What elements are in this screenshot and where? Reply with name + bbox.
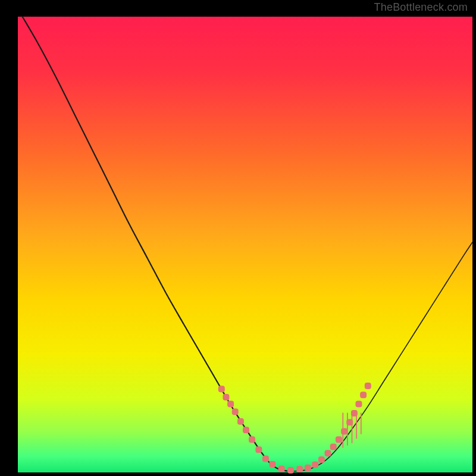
curve-left-branch bbox=[23, 17, 291, 471]
valley-marker bbox=[318, 456, 325, 463]
valley-marker bbox=[305, 465, 311, 471]
valley-marker bbox=[312, 462, 318, 468]
watermark-text: TheBottleneck.com bbox=[374, 1, 468, 14]
valley-marker bbox=[325, 450, 331, 456]
valley-marker bbox=[243, 427, 249, 433]
valley-marker bbox=[237, 418, 244, 425]
chart-stage: TheBottleneck.com bbox=[0, 0, 476, 476]
valley-marker bbox=[360, 392, 367, 398]
valley-marker bbox=[287, 467, 294, 474]
valley-marker bbox=[365, 383, 371, 389]
valley-marker bbox=[296, 466, 303, 472]
curve-right-branch bbox=[290, 242, 472, 471]
valley-marker bbox=[356, 401, 362, 408]
valley-marker bbox=[269, 461, 275, 468]
valley-marker bbox=[223, 394, 229, 400]
valley-marker bbox=[262, 456, 269, 462]
valley-marker bbox=[346, 419, 353, 425]
valley-marker bbox=[341, 428, 347, 435]
bottleneck-curve-plot bbox=[0, 0, 476, 476]
valley-marker bbox=[249, 436, 255, 443]
valley-marker bbox=[232, 409, 239, 415]
valley-marker bbox=[227, 401, 234, 408]
valley-marker bbox=[218, 386, 225, 392]
valley-marker bbox=[351, 410, 358, 416]
valley-marker bbox=[330, 444, 337, 450]
valley-marker bbox=[278, 465, 285, 472]
valley-marker bbox=[255, 446, 262, 453]
valley-marker bbox=[336, 436, 342, 443]
